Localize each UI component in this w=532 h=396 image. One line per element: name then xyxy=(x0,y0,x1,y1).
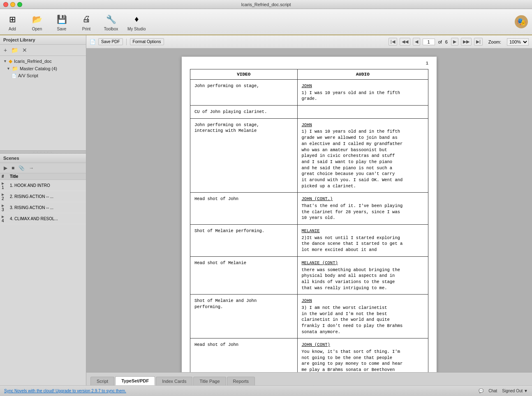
sep1 xyxy=(126,39,127,45)
prev-one-button[interactable]: ◀ xyxy=(413,38,420,46)
catalog-folder-icon: 📁 xyxy=(12,66,18,71)
scenes-add-btn[interactable]: 📎 xyxy=(17,165,26,171)
toolbar-add[interactable]: ⊞ Add xyxy=(4,13,21,31)
next-one-button[interactable]: ▶ xyxy=(451,38,458,46)
scene-row[interactable]: ▶ 3 3. RISING ACTION -- ... xyxy=(0,202,86,213)
av-row: Shot of Melanie and Johnperforming. JOHN… xyxy=(190,295,428,338)
toolbar-print[interactable]: 🖨 Print xyxy=(78,13,95,31)
title-bar: Icaris_Refried_doc.script xyxy=(0,0,532,9)
save-pdf-button[interactable]: Save PDF xyxy=(98,38,123,45)
tab-reports[interactable]: Reports xyxy=(227,377,255,385)
delete-item-button[interactable]: ✕ xyxy=(21,46,28,54)
zoom-select[interactable]: 100% 75% 125% 150% xyxy=(507,38,529,46)
av-row: Shot of Melanie performing. MELANIE2)It … xyxy=(190,225,428,257)
audio-cell: JOHN (CONT)You know, it's that sort of t… xyxy=(297,338,428,372)
toolbar-open[interactable]: 📂 Open xyxy=(29,13,45,31)
sidebar-splitter[interactable]: · · · · · · xyxy=(0,150,86,154)
close-button[interactable] xyxy=(3,2,8,7)
scene-row[interactable]: ▶ 1 1. HOOK AND INTRO xyxy=(0,180,86,191)
scene-row[interactable]: ▶ 2 2. RISING ACTION -- ... xyxy=(0,191,86,202)
page-of-label: of xyxy=(438,39,442,44)
last-page-button[interactable]: ▶| xyxy=(474,38,483,46)
tab-index-cards[interactable]: Index Cards xyxy=(156,377,192,385)
av-row: Head shot of Melanie MELANIE (CONT)there… xyxy=(190,256,428,294)
save-icon: 💾 xyxy=(55,13,68,26)
video-cell: Shot of Melanie performing. xyxy=(190,225,298,257)
studio-avatar[interactable]: 🎭 xyxy=(515,15,528,28)
chat-label[interactable]: Chat xyxy=(488,389,497,393)
tree-av-script[interactable]: 📄 A/V Script xyxy=(0,72,86,79)
av-row: CU of John playing clarinet. xyxy=(190,106,428,119)
main-layout: Project Library + 📁 ✕ ▼ ◆ Icaris_Refried… xyxy=(0,35,532,385)
format-options-button[interactable]: Format Options xyxy=(130,38,164,45)
project-library-toolbar: + 📁 ✕ xyxy=(0,45,86,56)
video-cell: CU of John playing clarinet. xyxy=(190,106,298,119)
col-num: # xyxy=(0,173,8,180)
audio-speaker: JOHN xyxy=(302,298,424,304)
folder-button[interactable]: 📁 xyxy=(10,46,19,54)
minimize-button[interactable] xyxy=(10,2,15,7)
audio-speaker: JOHN (CONT.) xyxy=(302,196,424,202)
scenes-stop-btn[interactable]: ■ xyxy=(10,165,16,171)
audio-cell: JOHN1) I was 10 years old and in the fif… xyxy=(297,118,428,193)
page-total: 6 xyxy=(445,39,448,44)
toolbar-toolbox[interactable]: 🔧 Toolbox xyxy=(103,13,119,31)
scene-arrow-icon: ▶ xyxy=(2,204,4,207)
av-row: Head shot of John JOHN (CONT.)That's the… xyxy=(190,193,428,225)
status-right: 💬 Chat Signed Out ▼ xyxy=(479,389,528,393)
scenes-toolbar: ▶ ■ 📎 → xyxy=(0,163,86,173)
project-name: Icaris_Refried_doc xyxy=(14,59,52,64)
prev-page-button[interactable]: ◀◀ xyxy=(400,38,410,46)
project-folder-icon: ◆ xyxy=(9,58,12,64)
toolbar: ⊞ Add 📂 Open 💾 Save 🖨 Print 🔧 Toolbox ♦ … xyxy=(0,9,532,35)
col-audio-header: AUDIO xyxy=(297,69,428,80)
scene-arrow-icon: ▶ xyxy=(2,193,4,196)
tree-project-root[interactable]: ▼ ◆ Icaris_Refried_doc xyxy=(0,58,86,65)
toolbox-label: Toolbox xyxy=(104,27,118,31)
project-tree: ▼ ◆ Icaris_Refried_doc ▼ 📁 Master Catalo… xyxy=(0,56,86,81)
project-library-header: Project Library xyxy=(0,35,86,45)
maximize-button[interactable] xyxy=(17,2,22,7)
signed-out-button[interactable]: Signed Out ▼ xyxy=(502,389,528,393)
sidebar: Project Library + 📁 ✕ ▼ ◆ Icaris_Refried… xyxy=(0,35,86,385)
new-item-button[interactable]: + xyxy=(2,46,8,54)
video-cell: John performing on stage,interacting wit… xyxy=(190,118,298,193)
col-video-header: VIDEO xyxy=(190,69,298,80)
catalog-arrow-icon: ▼ xyxy=(7,67,10,71)
bottom-tabs: ScriptTypeSet/PDFIndex CardsTitle PageRe… xyxy=(86,372,532,385)
audio-cell xyxy=(297,106,428,119)
av-row: John performing on stage, JOHN1) I was 1… xyxy=(190,80,428,106)
document-area[interactable]: 1 VIDEO AUDIO John performing on stage, … xyxy=(86,48,532,372)
tab-title-page[interactable]: Title Page xyxy=(193,377,226,385)
mystudio-label: My Studio xyxy=(127,27,146,31)
video-cell: Head shot of Melanie xyxy=(190,256,298,294)
audio-speaker: MELANIE xyxy=(302,228,424,234)
print-label: Print xyxy=(82,27,91,31)
master-catalog-label: Master Catalog (4) xyxy=(20,66,57,71)
av-script-table: VIDEO AUDIO John performing on stage, JO… xyxy=(190,69,428,372)
scenes-table: # Title ▶ 1 1. HOOK AND INTRO ▶ 2 2. RIS… xyxy=(0,173,86,224)
sync-link[interactable]: Sync Novels with the cloud! Upgrade to v… xyxy=(4,389,126,393)
toolbar-mystudio[interactable]: ♦ My Studio xyxy=(127,13,146,31)
save-label: Save xyxy=(57,27,67,31)
scenes-list: # Title ▶ 1 1. HOOK AND INTRO ▶ 2 2. RIS… xyxy=(0,173,86,224)
next-page-button[interactable]: ▶▶ xyxy=(461,38,472,46)
av-script-icon: 📄 xyxy=(12,74,16,78)
tab-script[interactable]: Script xyxy=(90,377,114,385)
video-cell: Head shot of John xyxy=(190,338,298,372)
page-number-input[interactable] xyxy=(423,39,435,45)
scene-row[interactable]: ▶ 4 4. CLIMAX AND RESOL... xyxy=(0,213,86,224)
toolbar-save[interactable]: 💾 Save xyxy=(53,13,70,31)
format-bar: 📄 Save PDF Format Options |◀ ◀◀ ◀ of 6 ▶… xyxy=(86,35,532,48)
col-title: Title xyxy=(8,173,86,180)
scenes-play-btn[interactable]: ▶ xyxy=(2,165,9,171)
tab-typeset-pdf[interactable]: TypeSet/PDF xyxy=(115,376,155,385)
tree-master-catalog[interactable]: ▼ 📁 Master Catalog (4) xyxy=(0,65,86,72)
scenes-move-btn[interactable]: → xyxy=(28,165,35,171)
add-icon: ⊞ xyxy=(6,13,19,26)
toolbox-icon: 🔧 xyxy=(104,13,118,26)
document-page: 1 VIDEO AUDIO John performing on stage, … xyxy=(182,57,437,372)
first-page-button[interactable]: |◀ xyxy=(389,38,397,46)
scene-arrow-icon: ▶ xyxy=(2,182,4,185)
audio-cell: JOHN (CONT.)That's the end of it. I've b… xyxy=(297,193,428,225)
